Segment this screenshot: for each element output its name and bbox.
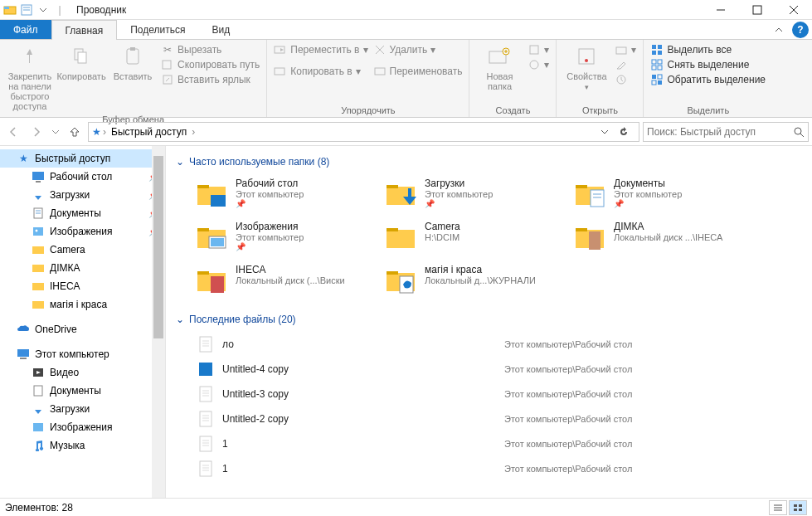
new-folder-button[interactable]: Новая папка [474,41,524,93]
help-button[interactable]: ? [792,22,809,38]
downloads-icon [32,188,45,202]
folder-item[interactable]: ІНЕСАЛокальный диск (...\Виски [192,260,375,300]
select-none-button[interactable]: Снять выделение [650,58,766,71]
up-button[interactable] [65,122,85,142]
search-input[interactable] [647,126,793,138]
file-item[interactable]: Untitled-2 copyЭтот компьютер\Рабочий ст… [192,406,809,431]
forward-button[interactable] [27,122,46,142]
tab-view[interactable]: Вид [198,20,243,39]
folder-item[interactable]: магія і красаЛокальный д...\ЖУРНАЛИ [382,260,564,300]
invert-selection-button[interactable]: Обратить выделение [650,73,766,86]
easy-access-button[interactable]: ▾ [528,58,549,71]
folder-item[interactable]: ИзображенияЭтот компьютер📌 [192,217,375,257]
history-icon [615,73,628,86]
tab-home[interactable]: Главная [51,20,118,40]
folder-item[interactable]: ДІМКАЛокальный диск ...\ІНЕСА [571,217,753,257]
breadcrumb-root[interactable]: Быстрый доступ [108,126,190,138]
folder-item[interactable]: ДокументыЭтот компьютер📌 [571,174,753,214]
refresh-button[interactable] [619,127,635,137]
cut-button[interactable]: ✂Вырезать [161,43,260,56]
svg-rect-28 [616,47,626,54]
new-item-button[interactable]: ▾ [528,43,549,56]
pictures-icon [32,421,45,434]
minimize-button[interactable] [703,0,739,20]
svg-rect-102 [200,461,212,476]
rename-button[interactable]: Переименовать [373,65,463,78]
folder-name: ДІМКА [614,221,722,232]
details-view-button[interactable] [769,500,787,515]
copy-path-button[interactable]: Скопировать путь [161,58,260,71]
svg-rect-112 [799,509,802,511]
delete-button[interactable]: Удалить ▾ [373,43,463,56]
qat-properties-icon[interactable] [20,3,33,17]
ribbon-collapse-button[interactable] [769,20,789,39]
svg-rect-90 [200,387,212,402]
address-dropdown-button[interactable] [600,128,617,136]
copy-button[interactable]: Копировать [56,41,106,83]
nav-documents2[interactable]: Документы [0,382,165,400]
tab-share[interactable]: Поделиться [117,20,198,39]
file-icon [196,459,216,479]
open-icon [615,43,628,56]
file-item[interactable]: 1Этот компьютер\Рабочий стол [192,456,809,481]
back-button[interactable] [3,122,23,142]
nav-onedrive[interactable]: OneDrive [0,320,165,338]
search-icon[interactable] [793,126,805,138]
copy-to-button[interactable]: Копировать в ▾ [274,65,367,78]
nav-scrollbar[interactable] [152,146,165,498]
copy-icon [68,43,95,70]
open-button[interactable]: ▾ [615,43,636,56]
svg-rect-10 [78,52,86,63]
tab-file[interactable]: Файл [0,20,51,39]
icons-view-button[interactable] [789,500,807,515]
edit-button[interactable] [615,58,636,71]
file-item[interactable]: Untitled-4 copyЭтот компьютер\Рабочий ст… [192,357,809,382]
onedrive-icon [17,323,30,336]
ribbon-group-create: Новая папка ▾ ▾ Создать [469,40,557,117]
search-box[interactable] [643,122,809,142]
section-frequent-folders[interactable]: ⌄ Часто используемые папки (8) [169,153,809,171]
folder-item[interactable]: ЗагрузкиЭтот компьютер📌 [382,174,564,214]
nav-desktop[interactable]: Рабочий стол📌 [0,168,165,186]
properties-button[interactable]: Свойства ▾ [562,41,611,93]
nav-documents[interactable]: Документы📌 [0,204,165,222]
nav-quick-access[interactable]: ★Быстрый доступ [0,149,165,168]
file-item[interactable]: лоЭтот компьютер\Рабочий стол [192,332,809,357]
nav-downloads[interactable]: Загрузки📌 [0,186,165,204]
move-to-button[interactable]: Переместить в ▾ [274,43,367,56]
maximize-button[interactable] [739,0,776,20]
nav-videos[interactable]: Видео [0,363,165,382]
close-button[interactable] [776,0,812,20]
svg-rect-66 [576,185,587,188]
svg-rect-16 [275,68,284,75]
paste-button[interactable]: Вставить [108,41,158,83]
recent-locations-button[interactable] [50,122,61,142]
pin-to-quickaccess-button[interactable]: Закрепить на панели быстрого доступа [5,41,55,113]
svg-rect-31 [658,45,662,49]
paste-shortcut-button[interactable]: Вставить ярлык [161,73,260,86]
navigation-pane[interactable]: ★Быстрый доступ Рабочий стол📌 Загрузки📌 … [0,146,166,498]
nav-this-pc[interactable]: Этот компьютер [0,345,165,363]
nav-pictures2[interactable]: Изображения [0,418,165,436]
file-item[interactable]: 1Этот компьютер\Рабочий стол [192,431,809,456]
folder-item[interactable]: Рабочий столЭтот компьютер📌 [192,174,375,214]
address-bar[interactable]: ★ › Быстрый доступ › [88,122,639,142]
folder-item[interactable]: CameraH:\DCIM [382,217,564,257]
nav-dimka[interactable]: ДІМКА [0,259,165,277]
nav-pictures[interactable]: Изображения📌 [0,222,165,241]
body: ★Быстрый доступ Рабочий стол📌 Загрузки📌 … [0,146,812,498]
nav-music[interactable]: Музыка [0,436,165,455]
nav-camera[interactable]: Camera [0,241,165,259]
scrollbar-thumb[interactable] [153,156,163,338]
file-item[interactable]: Untitled-3 copyЭтот компьютер\Рабочий ст… [192,382,809,406]
nav-downloads2[interactable]: Загрузки [0,400,165,418]
qat-dropdown-icon[interactable] [36,3,50,17]
select-all-button[interactable]: Выделить все [650,43,766,56]
history-button[interactable] [615,73,636,86]
nav-inesa[interactable]: ІНЕСА [0,277,165,295]
svg-rect-44 [32,172,44,180]
section-recent-files[interactable]: ⌄ Последние файлы (20) [169,310,809,329]
file-path: Этот компьютер\Рабочий стол [504,439,632,449]
content-pane[interactable]: ⌄ Часто используемые папки (8) Рабочий с… [166,146,812,498]
nav-magia[interactable]: магія і краса [0,295,165,314]
